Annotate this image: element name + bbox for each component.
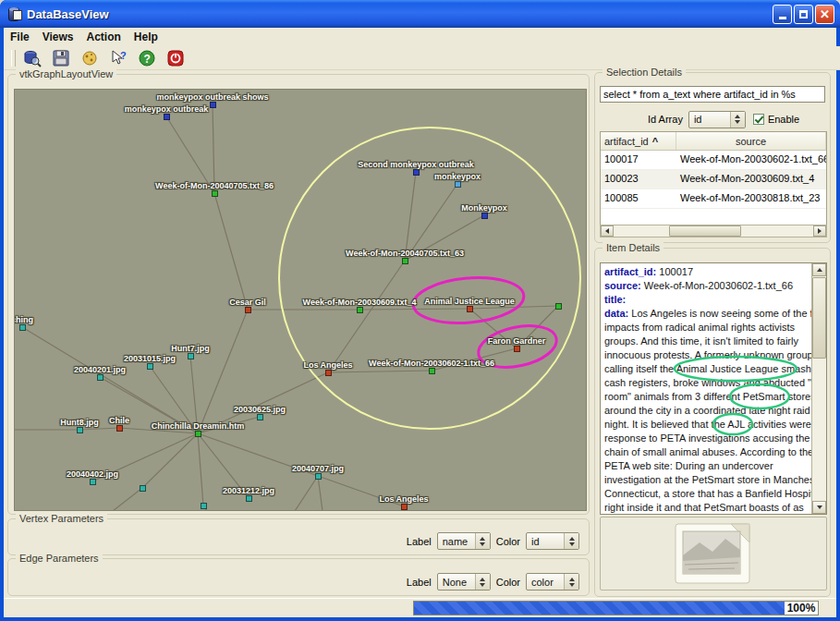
scroll-up-icon[interactable] bbox=[812, 263, 826, 276]
spinner-arrows-icon bbox=[730, 112, 745, 128]
vertex-label-caption: Label bbox=[407, 536, 432, 547]
results-table-hscrollbar[interactable] bbox=[600, 225, 827, 237]
graph-node[interactable] bbox=[164, 114, 170, 120]
detail-text-line: night. It is believed that the AJL activ… bbox=[604, 418, 810, 432]
graph-node[interactable] bbox=[514, 346, 520, 352]
graph-node[interactable] bbox=[77, 427, 83, 433]
graph-node[interactable] bbox=[401, 504, 408, 510]
close-button[interactable]: ✕ bbox=[815, 5, 834, 24]
menubar: FileViewsActionHelp bbox=[4, 28, 836, 47]
scroll-left-icon[interactable] bbox=[601, 225, 614, 237]
graph-node-label: Cesar Gil bbox=[229, 298, 266, 307]
results-table-header[interactable]: artifact_id^source bbox=[601, 132, 826, 151]
detail-text-line: Connecticut, a store that has a Banfield… bbox=[604, 487, 810, 501]
graph-node[interactable] bbox=[402, 258, 408, 264]
graph-edge bbox=[79, 428, 119, 430]
detail-text-line: cash registers, broke windows and abduct… bbox=[604, 376, 810, 390]
item-details-vscrollbar[interactable] bbox=[811, 263, 826, 514]
table-row[interactable]: 100023Week-of-Mon-20030609.txt_4 bbox=[601, 170, 826, 189]
close-icon: ✕ bbox=[820, 8, 830, 20]
graph-node[interactable] bbox=[429, 368, 435, 374]
graph-edge bbox=[198, 433, 203, 505]
titlebar[interactable]: DataBaseView ✕ bbox=[0, 0, 840, 28]
graph-node[interactable] bbox=[188, 353, 194, 359]
edge-color-combo[interactable]: color bbox=[526, 573, 579, 591]
graph-edge bbox=[214, 193, 248, 310]
id-array-label: Id Array bbox=[648, 114, 683, 125]
graph-node[interactable] bbox=[245, 307, 251, 313]
scroll-down-icon[interactable] bbox=[812, 501, 826, 514]
detail-text-line: impacts from radical animal rights activ… bbox=[604, 321, 810, 335]
menu-item-action[interactable]: Action bbox=[79, 29, 127, 45]
sort-ascending-icon: ^ bbox=[652, 136, 658, 147]
help-icon[interactable]: ? bbox=[136, 48, 158, 68]
detail-text-line: data: Los Angeles is now seeing some of … bbox=[604, 307, 810, 321]
graph-node[interactable] bbox=[147, 363, 153, 370]
detail-text-line: right inside it and that PetSmart boasts… bbox=[604, 501, 810, 515]
graph-node[interactable] bbox=[257, 414, 263, 420]
graph-node[interactable] bbox=[467, 306, 473, 312]
item-details-text[interactable]: artifact_id: 100017source: Week-of-Mon-2… bbox=[600, 262, 827, 515]
graph-node-label: Chinchilla Dreamin.htm bbox=[152, 421, 245, 431]
id-array-combo[interactable]: id bbox=[688, 111, 746, 128]
selection-details-title: Selection Details bbox=[603, 67, 686, 78]
exit-icon[interactable] bbox=[164, 48, 187, 68]
graph-node-label: 20040707.jpg bbox=[292, 464, 344, 473]
save-icon[interactable] bbox=[50, 48, 72, 68]
vertex-color-combo[interactable]: id bbox=[526, 532, 579, 550]
graph-node-label: Week-of-Mon-20030609.txt_4 bbox=[303, 298, 417, 307]
detail-text-line: response to PETA investigations accusing… bbox=[604, 432, 810, 445]
graph-node[interactable] bbox=[19, 324, 26, 331]
whats-this-icon[interactable]: ? bbox=[107, 48, 129, 68]
graph-node[interactable] bbox=[413, 169, 420, 176]
sql-query-input[interactable] bbox=[600, 86, 825, 103]
graph-node-label: Hunt7.jpg bbox=[171, 344, 210, 353]
graph-node-label: Week-of-Mon-20030602-1.txt_66 bbox=[369, 359, 494, 368]
vertex-parameters-panel: Vertex Parameters Label name Color id bbox=[7, 518, 590, 555]
statusbar: 100% bbox=[4, 598, 836, 617]
menu-item-views[interactable]: Views bbox=[36, 29, 80, 45]
vertex-color-value: id bbox=[531, 536, 540, 547]
minimize-button[interactable] bbox=[773, 5, 792, 24]
database-query-icon[interactable] bbox=[21, 48, 43, 68]
graph-node-label: 20031212.jpg bbox=[223, 486, 274, 495]
scrollbar-thumb[interactable] bbox=[669, 225, 741, 237]
graph-edge bbox=[113, 488, 142, 510]
graph-node[interactable] bbox=[455, 181, 461, 188]
edge-color-value: color bbox=[531, 577, 554, 588]
detail-text-line: room" animals from 3 different PetSmart … bbox=[604, 390, 810, 404]
graph-node[interactable] bbox=[481, 213, 488, 219]
column-source[interactable]: source bbox=[736, 136, 766, 147]
graph-node[interactable] bbox=[116, 425, 123, 432]
table-row[interactable]: 100085Week-of-Mon-20030818.txt_23 bbox=[601, 189, 826, 209]
graph-node[interactable] bbox=[195, 431, 201, 437]
graph-node[interactable] bbox=[357, 307, 363, 313]
menu-item-help[interactable]: Help bbox=[128, 29, 164, 45]
graph-canvas[interactable]: monkeypox outbreak showsmonkeypox outbre… bbox=[14, 89, 587, 511]
vertex-label-combo[interactable]: name bbox=[437, 532, 491, 550]
graph-edge bbox=[328, 371, 432, 372]
graph-node[interactable] bbox=[201, 503, 207, 509]
results-table[interactable]: artifact_id^source 100017Week-of-Mon-200… bbox=[600, 131, 827, 225]
graph-node[interactable] bbox=[325, 370, 332, 376]
scroll-right-icon[interactable] bbox=[813, 225, 826, 237]
scrollbar-thumb[interactable] bbox=[812, 277, 826, 359]
graph-node[interactable] bbox=[90, 479, 96, 485]
enable-checkbox[interactable] bbox=[753, 114, 764, 125]
graph-node-label: Los Angeles bbox=[379, 494, 428, 504]
graph-node[interactable] bbox=[555, 303, 562, 310]
table-row[interactable]: 100017Week-of-Mon-20030602-1.txt_66 bbox=[601, 151, 826, 170]
column-artifact-id[interactable]: artifact_id bbox=[604, 136, 649, 147]
edge-label-combo[interactable]: None bbox=[437, 573, 491, 591]
edge-label-caption: Label bbox=[407, 577, 432, 588]
menu-item-file[interactable]: File bbox=[4, 29, 36, 45]
graph-node[interactable] bbox=[246, 495, 252, 502]
graph-node[interactable] bbox=[97, 374, 103, 381]
open-connection-icon[interactable] bbox=[79, 48, 101, 68]
maximize-button[interactable] bbox=[794, 5, 813, 24]
graph-node[interactable] bbox=[210, 102, 216, 108]
toolbar-handle[interactable] bbox=[11, 50, 16, 67]
graph-node[interactable] bbox=[140, 485, 146, 492]
graph-node[interactable] bbox=[315, 473, 322, 480]
graph-node[interactable] bbox=[212, 190, 218, 197]
